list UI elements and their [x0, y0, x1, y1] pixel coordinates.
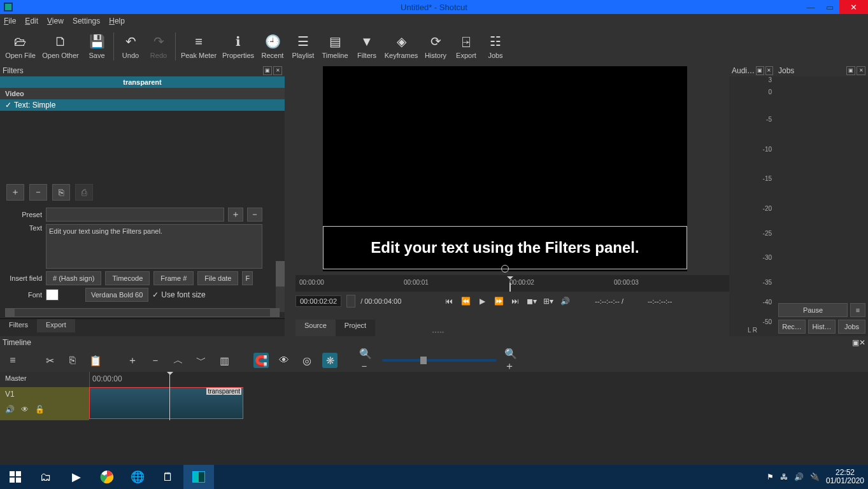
- open-other-button[interactable]: 🗋Open Other: [38, 29, 83, 64]
- playlist-button[interactable]: ☰Playlist: [288, 29, 318, 64]
- peak-meter-button[interactable]: ≡Peak Meter: [178, 29, 219, 64]
- tab-recording[interactable]: Rec…: [778, 320, 806, 334]
- timecode-spinner[interactable]: [346, 295, 355, 308]
- hide-icon[interactable]: 👁: [21, 405, 29, 414]
- timeline-playhead[interactable]: [169, 372, 170, 420]
- maximize-button[interactable]: ▭: [820, 0, 839, 14]
- preview-canvas[interactable]: Edit your text using the Filters panel.: [323, 66, 687, 271]
- history-button[interactable]: ⟳History: [420, 29, 451, 64]
- menu-edit[interactable]: Edit: [25, 17, 38, 25]
- jobs-button[interactable]: ☷Jobs: [481, 29, 509, 64]
- preset-select[interactable]: [46, 208, 224, 222]
- timecode-current[interactable]: 00:00:02:02: [295, 295, 341, 307]
- ruler-playhead[interactable]: [507, 275, 513, 283]
- jobs-menu-button[interactable]: ≡: [850, 303, 865, 317]
- menu-view[interactable]: View: [47, 17, 64, 25]
- recent-button[interactable]: 🕘Recent: [257, 29, 288, 64]
- text-input[interactable]: Edit your text using the Filters panel.: [46, 224, 262, 269]
- filter-form-scrollbar[interactable]: [276, 261, 285, 312]
- keyframes-button[interactable]: ◈Keyframes: [382, 29, 420, 64]
- filter-row-text-simple[interactable]: ✓Text: Simple: [0, 99, 285, 111]
- tab-project[interactable]: Project: [336, 320, 375, 336]
- save-button[interactable]: 💾Save: [83, 29, 111, 64]
- preview-ruler[interactable]: 00:00:00 00:00:01 00:00:02 00:00:03: [295, 275, 729, 292]
- properties-button[interactable]: ℹProperties: [219, 29, 257, 64]
- redo-button[interactable]: ↷Redo: [145, 29, 173, 64]
- ripple-all-icon[interactable]: ❋: [322, 353, 338, 368]
- filter-form-hscroll[interactable]: [5, 308, 280, 317]
- append-icon[interactable]: ＋: [125, 353, 140, 368]
- ripple-icon[interactable]: ◎: [299, 353, 315, 368]
- tab-filters[interactable]: Filters: [0, 319, 37, 332]
- use-font-size-checkbox[interactable]: ✓Use font size: [152, 290, 205, 299]
- split-icon[interactable]: ▥: [217, 353, 232, 368]
- lock-icon[interactable]: 🔓: [35, 405, 45, 414]
- scrub-icon[interactable]: 👁: [276, 353, 292, 368]
- tab-jobs[interactable]: Jobs: [838, 320, 865, 334]
- v1-track-head[interactable]: V1 🔊 👁 🔓: [0, 387, 89, 420]
- panel-grip[interactable]: ▪▪▪▪▪: [432, 329, 445, 335]
- task-chrome[interactable]: [92, 465, 122, 489]
- task-media-player[interactable]: ▶: [61, 465, 92, 489]
- insert-filedate-button[interactable]: File date: [197, 271, 238, 285]
- tray-flag-icon[interactable]: ⚑: [767, 472, 774, 481]
- forward-icon[interactable]: ⏩: [493, 297, 504, 306]
- insert-more-button[interactable]: F: [242, 271, 253, 285]
- zoom-dropdown-icon[interactable]: ◼▾: [526, 297, 537, 306]
- overwrite-icon[interactable]: ﹀: [194, 353, 209, 368]
- skip-start-icon[interactable]: ⏮: [443, 297, 455, 306]
- overlay-handle[interactable]: [501, 265, 509, 273]
- start-button[interactable]: [0, 465, 31, 489]
- paste-filter-button[interactable]: ⎙: [75, 184, 93, 201]
- task-edge[interactable]: 🌐: [122, 465, 153, 489]
- tray-network-icon[interactable]: 🖧: [780, 472, 788, 481]
- tray-clock[interactable]: 22:5201/01/2020: [826, 469, 864, 485]
- menu-help[interactable]: Help: [109, 17, 125, 25]
- lift-icon[interactable]: ︿: [171, 353, 186, 368]
- task-notes[interactable]: 🗒: [153, 465, 183, 489]
- menu-file[interactable]: File: [4, 17, 16, 25]
- copy-filter-button[interactable]: ⎘: [52, 184, 70, 201]
- mute-icon[interactable]: 🔊: [5, 405, 15, 414]
- panel-close-icon[interactable]: ✕: [273, 66, 282, 75]
- rewind-icon[interactable]: ⏪: [460, 297, 471, 306]
- master-track-head[interactable]: Master: [0, 372, 89, 387]
- text-overlay-box[interactable]: Edit your text using the Filters panel.: [323, 226, 687, 269]
- add-filter-button[interactable]: ＋: [6, 184, 24, 201]
- v1-track[interactable]: transparent: [89, 387, 868, 420]
- zoom-in-icon[interactable]: 🔍＋: [504, 353, 520, 368]
- font-picker[interactable]: Verdana Bold 60: [85, 288, 148, 302]
- remove-filter-button[interactable]: －: [29, 184, 47, 201]
- panel-float-icon[interactable]: ▣: [852, 338, 859, 347]
- play-icon[interactable]: ▶: [476, 297, 488, 306]
- insert-timecode-button[interactable]: Timecode: [105, 271, 150, 285]
- jobs-pause-button[interactable]: Pause: [778, 303, 848, 317]
- copy-icon[interactable]: ⎘: [65, 353, 80, 368]
- filters-button[interactable]: ▼Filters: [352, 29, 382, 64]
- cut-icon[interactable]: ✂: [42, 353, 57, 368]
- zoom-slider[interactable]: [382, 359, 497, 362]
- panel-float-icon[interactable]: ▣: [846, 66, 855, 75]
- panel-close-icon[interactable]: ✕: [859, 338, 865, 347]
- task-shotcut[interactable]: [183, 465, 214, 489]
- paste-icon[interactable]: 📋: [88, 353, 103, 368]
- task-explorer[interactable]: 🗂: [31, 465, 61, 489]
- minimize-button[interactable]: —: [801, 0, 820, 14]
- panel-close-icon[interactable]: ✕: [765, 66, 773, 75]
- zoom-out-icon[interactable]: 🔍－: [359, 353, 374, 368]
- insert-frame-button[interactable]: Frame #: [153, 271, 194, 285]
- timeline-button[interactable]: ▤Timeline: [318, 29, 352, 64]
- tray-battery-icon[interactable]: 🔌: [810, 472, 820, 481]
- timeline-clip[interactable]: transparent: [89, 387, 243, 419]
- insert-hash-button[interactable]: # (Hash sign): [46, 271, 101, 285]
- tray-volume-icon[interactable]: 🔊: [794, 472, 804, 481]
- skip-end-icon[interactable]: ⏭: [509, 297, 521, 306]
- preset-delete-button[interactable]: －: [247, 208, 262, 222]
- menu-settings[interactable]: Settings: [73, 17, 100, 25]
- export-button[interactable]: ⍈Export: [451, 29, 481, 64]
- close-button[interactable]: ✕: [839, 0, 868, 14]
- preset-save-button[interactable]: ＋: [228, 208, 243, 222]
- snap-icon[interactable]: 🧲: [253, 353, 269, 368]
- grid-dropdown-icon[interactable]: ⊞▾: [543, 297, 554, 306]
- open-file-button[interactable]: 🗁Open File: [3, 29, 38, 64]
